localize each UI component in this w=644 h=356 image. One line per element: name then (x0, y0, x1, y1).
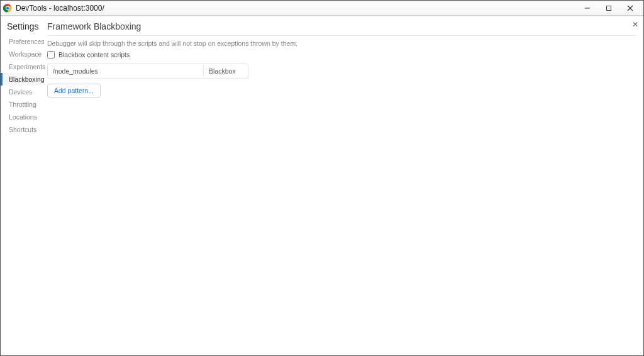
close-window-button[interactable] (619, 1, 641, 15)
sidebar-item-locations[interactable]: Locations (1, 111, 40, 123)
pattern-table: /node_modules Blackbox (47, 64, 248, 79)
pattern-cell[interactable]: /node_modules (48, 64, 204, 78)
sidebar-item-blackboxing[interactable]: Blackboxing (1, 73, 40, 86)
sidebar-item-experiments[interactable]: Experiments (1, 60, 40, 73)
settings-main: Framework Blackboxing Debugger will skip… (40, 16, 643, 355)
sidebar-item-workspace[interactable]: Workspace (1, 48, 40, 60)
close-icon[interactable]: ✕ (632, 20, 638, 29)
divider (47, 35, 636, 36)
svg-point-1 (6, 6, 9, 9)
window-controls (577, 1, 641, 15)
minimize-button[interactable] (577, 1, 598, 15)
page-title: Framework Blackboxing (47, 21, 636, 35)
titlebar: DevTools - localhost:3000/ (1, 1, 643, 16)
chrome-icon (3, 4, 12, 13)
window-title: DevTools - localhost:3000/ (16, 4, 104, 13)
sidebar-item-throttling[interactable]: Throttling (1, 98, 40, 111)
window-frame: DevTools - localhost:3000/ ✕ Settings Pr… (0, 0, 644, 356)
sidebar-item-shortcuts[interactable]: Shortcuts (1, 123, 40, 136)
blackbox-content-scripts-row: Blackbox content scripts (47, 51, 636, 58)
settings-title: Settings (1, 21, 40, 35)
page-description: Debugger will skip through the scripts a… (47, 40, 636, 47)
blackbox-content-scripts-checkbox[interactable] (47, 51, 55, 58)
behavior-cell[interactable]: Blackbox (204, 64, 248, 78)
add-pattern-button[interactable]: Add pattern... (47, 84, 101, 97)
blackbox-content-scripts-label[interactable]: Blackbox content scripts (58, 51, 130, 58)
maximize-button[interactable] (598, 1, 619, 15)
settings-panel: ✕ Settings Preferences Workspace Experim… (1, 16, 643, 355)
sidebar-item-devices[interactable]: Devices (1, 86, 40, 98)
sidebar-item-preferences[interactable]: Preferences (1, 35, 40, 48)
settings-sidebar: Settings Preferences Workspace Experimen… (1, 16, 40, 355)
svg-rect-3 (607, 6, 611, 10)
